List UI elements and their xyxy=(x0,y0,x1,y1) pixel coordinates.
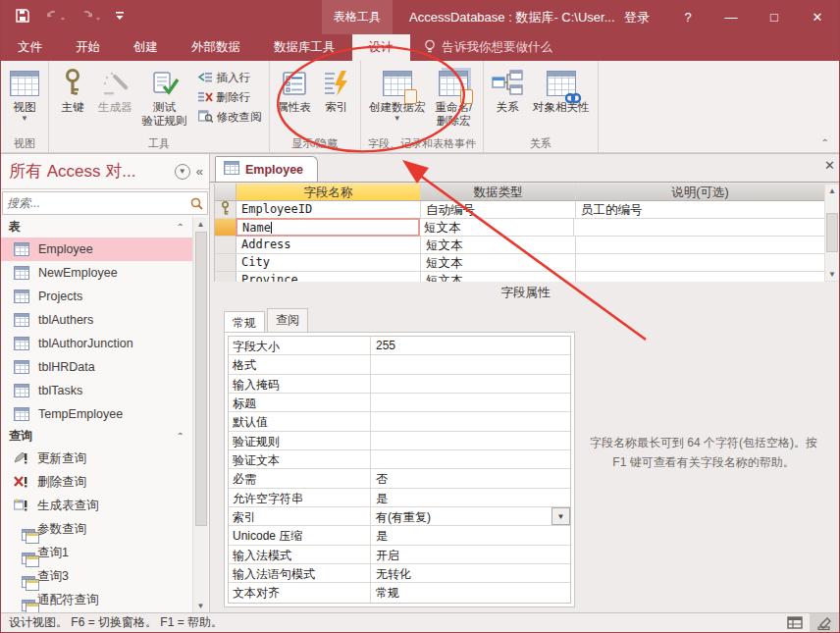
description-cell[interactable] xyxy=(574,219,824,236)
data-type-cell[interactable]: 短文本 xyxy=(419,219,574,236)
nav-item-table[interactable]: Projects xyxy=(1,285,192,308)
relationships-button[interactable]: 关系 xyxy=(487,63,528,114)
property-row[interactable]: 输入法模式开启 xyxy=(229,546,570,564)
nav-scrollbar[interactable]: ▲ ▼ xyxy=(192,217,208,612)
undo-icon[interactable] xyxy=(44,9,66,26)
indexes-button[interactable]: 索引 xyxy=(316,63,357,114)
tab-home[interactable]: 开始 xyxy=(59,34,117,61)
nav-item-query[interactable]: 更新查询 xyxy=(1,447,192,470)
minimize-button[interactable]: — xyxy=(709,0,753,34)
field-name-header[interactable]: 字段名称 xyxy=(236,184,421,200)
field-row[interactable]: City 短文本 xyxy=(215,254,824,272)
nav-item-table[interactable]: tblTasks xyxy=(1,379,192,402)
scroll-down-icon[interactable]: ▼ xyxy=(197,599,205,612)
scroll-up-icon[interactable]: ▲ xyxy=(828,185,836,197)
field-name-cell[interactable]: Address xyxy=(236,237,421,253)
nav-item-query[interactable]: 通配符查询 xyxy=(1,588,192,611)
property-row[interactable]: 格式 xyxy=(229,355,570,374)
field-name-cell[interactable]: City xyxy=(236,254,421,271)
description-cell[interactable] xyxy=(576,237,824,253)
create-data-macros-button[interactable]: 创建数据宏 ▼ xyxy=(364,63,431,123)
property-row[interactable]: 输入法语句模式无转化 xyxy=(229,564,570,583)
row-selector[interactable] xyxy=(215,201,236,218)
nav-item-table[interactable]: tblHRData xyxy=(1,355,192,379)
field-row-current[interactable]: Name 短文本 xyxy=(215,219,824,237)
property-row[interactable]: 验证文本 xyxy=(229,450,570,469)
tab-lookup[interactable]: 查阅 xyxy=(267,308,308,332)
document-tab-employee[interactable]: Employee xyxy=(215,156,318,182)
data-type-cell[interactable]: 短文本 xyxy=(421,254,576,271)
tab-database-tools[interactable]: 数据库工具 xyxy=(257,34,352,61)
field-name-cell[interactable]: EmployeeID xyxy=(236,201,421,218)
design-view-button[interactable] xyxy=(810,613,839,632)
property-row[interactable]: 验证规则 xyxy=(229,432,570,450)
scroll-thumb[interactable] xyxy=(826,213,838,252)
nav-item-table[interactable]: Employee xyxy=(1,237,192,261)
nav-item-query[interactable]: 删除查询 xyxy=(1,470,192,494)
collapse-group-icon[interactable]: ⌃ xyxy=(177,431,184,442)
scroll-up-icon[interactable]: ▲ xyxy=(197,217,205,231)
nav-item-query[interactable]: 查询3 xyxy=(1,564,192,588)
property-row[interactable]: 标题 xyxy=(229,394,570,412)
customize-quick-access-icon[interactable] xyxy=(115,10,125,25)
views-button[interactable]: 视图 ▼ xyxy=(4,63,45,123)
property-row[interactable]: 字段大小255 xyxy=(229,337,570,355)
row-selector[interactable] xyxy=(215,272,236,282)
primary-key-button[interactable]: 主键 xyxy=(52,63,93,114)
description-cell[interactable] xyxy=(576,254,824,271)
property-row-indexed[interactable]: 索引有(有重复)▼ xyxy=(229,507,570,526)
field-row[interactable]: Address 短文本 xyxy=(215,237,824,254)
nav-item-table[interactable]: NewEmployee xyxy=(1,261,192,285)
sign-in-button[interactable]: 登录 xyxy=(607,0,666,34)
nav-item-query[interactable]: 参数查询 xyxy=(1,517,192,541)
nav-item-table[interactable]: TempEmployee xyxy=(1,402,192,426)
object-dependencies-button[interactable]: 对象相关性 xyxy=(528,63,595,114)
property-row[interactable]: Unicode 压缩是 xyxy=(229,526,570,545)
tab-create[interactable]: 创建 xyxy=(117,34,175,61)
close-button[interactable]: ✕ xyxy=(796,0,839,34)
field-row[interactable]: Province 短文本 xyxy=(215,272,824,282)
tab-general[interactable]: 常规 xyxy=(224,311,265,332)
redo-icon[interactable] xyxy=(79,9,101,26)
field-name-cell[interactable]: Province xyxy=(236,272,421,282)
property-row[interactable]: 输入掩码 xyxy=(229,375,570,394)
tell-me-box[interactable]: 告诉我你想要做什么 xyxy=(410,34,553,61)
rename-delete-macro-button[interactable]: 重命名/ 删除宏 xyxy=(431,63,478,128)
data-type-cell[interactable]: 自动编号 xyxy=(421,201,576,218)
data-type-cell[interactable]: 短文本 xyxy=(421,272,576,282)
grid-corner-selector[interactable] xyxy=(215,184,236,200)
indexed-dropdown-icon[interactable]: ▼ xyxy=(551,507,570,525)
current-row-selector[interactable] xyxy=(215,219,236,236)
property-row[interactable]: 默认值 xyxy=(229,412,570,431)
nav-item-query[interactable]: 生成表查询 xyxy=(1,494,192,517)
data-type-cell[interactable]: 短文本 xyxy=(421,237,576,253)
contextual-tab-table-tools[interactable]: 表格工具 xyxy=(322,0,393,34)
save-icon[interactable] xyxy=(15,8,30,26)
tab-external-data[interactable]: 外部数据 xyxy=(175,34,257,61)
nav-group-tables[interactable]: 表 ⌃ xyxy=(1,217,192,237)
nav-item-table[interactable]: tblAuthorJunction xyxy=(1,332,192,355)
grid-scrollbar[interactable]: ▲ ▼ xyxy=(824,184,840,282)
shutter-bar-close-icon[interactable]: « xyxy=(196,164,203,179)
row-selector[interactable] xyxy=(215,237,236,253)
help-button[interactable]: ? xyxy=(666,0,709,34)
property-row[interactable]: 允许空字符串是 xyxy=(229,489,570,507)
description-header[interactable]: 说明(可选) xyxy=(576,184,824,200)
scroll-down-icon[interactable]: ▼ xyxy=(828,268,836,281)
test-validation-rules-button[interactable]: 测试 验证规则 xyxy=(137,63,192,128)
property-sheet-button[interactable]: 属性表 xyxy=(273,63,317,114)
collapse-group-icon[interactable]: ⌃ xyxy=(177,222,184,233)
property-row[interactable]: 文本对齐常规 xyxy=(229,583,570,602)
nav-pane-header[interactable]: 所有 Access 对... ▼ « xyxy=(1,154,209,189)
datasheet-view-button[interactable] xyxy=(780,613,810,632)
insert-rows-button[interactable]: 插入行 xyxy=(198,69,262,86)
description-cell[interactable] xyxy=(576,272,824,282)
tab-design[interactable]: 设计 xyxy=(352,34,410,61)
data-type-header[interactable]: 数据类型 xyxy=(421,184,576,200)
nav-search-box[interactable] xyxy=(2,191,208,215)
field-row[interactable]: EmployeeID 自动编号 员工的编号 xyxy=(215,201,824,219)
description-cell[interactable]: 员工的编号 xyxy=(576,201,824,218)
nav-group-queries[interactable]: 查询 ⌃ xyxy=(1,426,192,447)
modify-lookups-button[interactable]: 修改查阅 xyxy=(198,108,262,126)
collapse-ribbon-icon[interactable]: ⌃ xyxy=(821,137,829,148)
